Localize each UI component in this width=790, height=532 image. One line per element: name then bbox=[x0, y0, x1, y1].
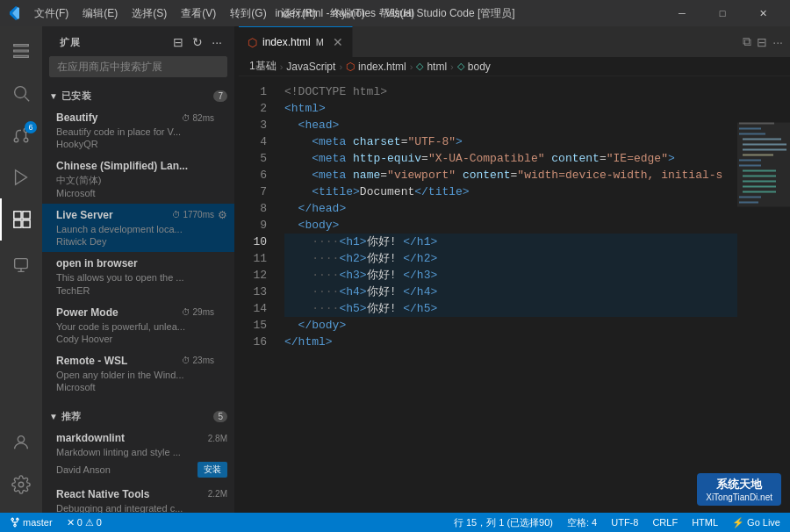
code-content[interactable]: <!DOCTYPE html> <html> <head> <meta char… bbox=[277, 76, 737, 513]
ext-chinese-meta: ⚙ bbox=[218, 160, 227, 172]
close-button[interactable]: ✕ bbox=[743, 0, 783, 26]
activity-run[interactable] bbox=[0, 156, 42, 198]
installed-section-header[interactable]: ▼ 已安装 7 bbox=[42, 84, 234, 106]
search-box bbox=[49, 56, 227, 77]
filter-icon[interactable]: ⊟ bbox=[171, 33, 185, 51]
editor-area: ⬡ index.html M ✕ ⧉ ⊟ ··· 1基础 › JavaScrip… bbox=[239, 26, 790, 513]
maximize-button[interactable]: □ bbox=[702, 0, 743, 26]
ext-reactnative[interactable]: React Native Tools 2.2M Debugging and in… bbox=[42, 483, 234, 513]
activity-remote[interactable] bbox=[0, 244, 42, 286]
code-line-1: <!DOCTYPE html> bbox=[284, 83, 737, 100]
code-line-16: </html> bbox=[284, 334, 737, 350]
ext-liveserver-gear-icon[interactable]: ⚙ bbox=[218, 209, 227, 221]
sidebar-header: 扩展 ⊟ ↻ ··· bbox=[42, 26, 234, 56]
language-item[interactable]: HTML bbox=[689, 513, 721, 532]
minimize-button[interactable]: ─ bbox=[662, 0, 702, 26]
ext-powermode-time: ⏱ 29ms bbox=[182, 307, 214, 317]
breadcrumb-3[interactable]: index.html bbox=[358, 61, 406, 73]
ext-liveserver-time: ⏱ 1770ms bbox=[172, 210, 214, 219]
code-editor[interactable]: 1 2 3 4 5 6 7 8 9 10 11 12 13 14 15 16 <… bbox=[239, 76, 790, 513]
ext-openbrowser-desc: This allows you to open the ... bbox=[56, 271, 227, 284]
menu-edit[interactable]: 编辑(E) bbox=[76, 4, 124, 23]
ext-markdownlint[interactable]: markdownlint 2.8M Markdown linting and s… bbox=[42, 427, 234, 482]
breadcrumb-2[interactable]: JavaScript bbox=[286, 61, 335, 73]
ext-remotewsl[interactable]: Remote - WSL ⏱ 23ms ⚙ Open any folder in… bbox=[42, 349, 234, 398]
minimap-svg bbox=[737, 76, 790, 513]
menu-view[interactable]: 查看(V) bbox=[175, 4, 222, 23]
svg-point-4 bbox=[24, 138, 28, 142]
menu-goto[interactable]: 转到(G) bbox=[224, 4, 272, 23]
ln-11: 11 bbox=[246, 250, 267, 267]
recommended-section-header[interactable]: ▼ 推荐 5 bbox=[42, 405, 234, 427]
code-line-2: <html> bbox=[284, 100, 737, 117]
line-ending-item[interactable]: CRLF bbox=[650, 513, 680, 532]
breadcrumb-5[interactable]: body bbox=[468, 61, 491, 73]
ext-openbrowser[interactable]: open in browser ⚙ This allows you to ope… bbox=[42, 252, 234, 300]
code-line-10: ····<h1>你好! </h1> bbox=[284, 234, 737, 250]
refresh-icon[interactable]: ↻ bbox=[190, 33, 205, 51]
ext-beautify[interactable]: Beautify ⏱ 82ms ⚙ Beautify code in place… bbox=[42, 106, 234, 155]
ext-chinese[interactable]: Chinese (Simplified) Lan... ⚙ 中文(简体) Mic… bbox=[42, 155, 234, 203]
more-icon[interactable]: ··· bbox=[210, 33, 224, 51]
ext-powermode-meta: ⏱ 29ms ⚙ bbox=[182, 306, 227, 319]
menu-file[interactable]: 文件(F) bbox=[28, 4, 75, 23]
breadcrumb-1[interactable]: 1基础 bbox=[249, 59, 276, 74]
live-server-status[interactable]: ⚡ Go Live bbox=[729, 513, 783, 532]
svg-marker-5 bbox=[16, 170, 27, 185]
activity-search[interactable] bbox=[0, 72, 42, 114]
split-editor-icon[interactable]: ⧉ bbox=[743, 34, 751, 49]
ext-beautify-meta: ⏱ 82ms ⚙ bbox=[182, 111, 227, 124]
status-bar: master ✕ 0 ⚠ 0 行 15，列 1 (已选择90) 空格: 4 UT… bbox=[0, 513, 790, 532]
editor-tab-index-html[interactable]: ⬡ index.html M ✕ bbox=[239, 26, 353, 57]
ln-1: 1 bbox=[246, 83, 267, 100]
ext-remotewsl-meta: ⏱ 23ms ⚙ bbox=[182, 355, 227, 367]
svg-rect-8 bbox=[14, 220, 21, 227]
activity-explorer[interactable] bbox=[0, 30, 42, 72]
menu-select[interactable]: 选择(S) bbox=[126, 4, 173, 23]
vscode-logo-icon bbox=[7, 6, 21, 20]
svg-rect-9 bbox=[23, 220, 30, 227]
ext-markdownlint-size: 2.8M bbox=[208, 434, 227, 443]
ext-chinese-desc: 中文(简体) bbox=[56, 174, 227, 187]
svg-rect-7 bbox=[23, 212, 30, 219]
main-area: 6 bbox=[0, 26, 790, 513]
code-line-8: </head> bbox=[284, 200, 737, 217]
ln-14: 14 bbox=[246, 300, 267, 317]
svg-rect-30 bbox=[737, 123, 790, 207]
installed-label: 已安装 bbox=[61, 90, 214, 103]
ext-beautify-desc: Beautify code in place for V... bbox=[56, 126, 227, 139]
ext-liveserver-name: Live Server bbox=[56, 209, 113, 221]
activity-settings[interactable] bbox=[0, 464, 42, 506]
code-line-13: ····<h4>你好! </h4> bbox=[284, 284, 737, 300]
ln-12: 12 bbox=[246, 267, 267, 284]
more-actions-icon[interactable]: ··· bbox=[772, 35, 783, 49]
tag-breadcrumb-icon: ◇ bbox=[416, 61, 423, 72]
activity-accounts[interactable] bbox=[0, 421, 42, 464]
watermark-site: 系统天地 bbox=[716, 477, 762, 492]
ext-liveserver[interactable]: Live Server ⏱ 1770ms ⚙ Launch a developm… bbox=[42, 204, 234, 252]
ext-powermode-name: Power Mode bbox=[56, 306, 118, 319]
tab-bar: ⬡ index.html M ✕ ⧉ ⊟ ··· bbox=[239, 26, 790, 57]
minimap bbox=[737, 76, 790, 513]
ext-reactnative-size: 2.2M bbox=[208, 489, 227, 499]
tab-modified-indicator: M bbox=[316, 37, 324, 47]
markdownlint-install-button[interactable]: 安装 bbox=[198, 462, 227, 478]
ext-powermode[interactable]: Power Mode ⏱ 29ms ⚙ Your code is powerfu… bbox=[42, 301, 234, 349]
live-server-icon: ⚡ bbox=[732, 517, 744, 528]
search-input[interactable] bbox=[49, 56, 227, 77]
git-branch-item[interactable]: master bbox=[7, 513, 55, 532]
breadcrumb-sep-1: › bbox=[280, 61, 284, 72]
cursor-position-item[interactable]: 行 15，列 1 (已选择90) bbox=[451, 513, 556, 532]
errors-item[interactable]: ✕ 0 ⚠ 0 bbox=[64, 513, 104, 532]
editor-layout-icon[interactable]: ⊟ bbox=[757, 35, 767, 49]
breadcrumb-4[interactable]: html bbox=[427, 61, 447, 73]
encoding-item[interactable]: UTF-8 bbox=[608, 513, 641, 532]
source-control-badge: 6 bbox=[25, 121, 37, 133]
ln-16: 16 bbox=[246, 334, 267, 350]
activity-source-control[interactable]: 6 bbox=[0, 114, 42, 156]
code-line-15: </body> bbox=[284, 317, 737, 334]
tab-close-button[interactable]: ✕ bbox=[333, 35, 343, 49]
activity-extensions[interactable] bbox=[0, 198, 42, 241]
html-file-icon: ⬡ bbox=[248, 36, 257, 49]
spaces-item[interactable]: 空格: 4 bbox=[564, 513, 600, 532]
